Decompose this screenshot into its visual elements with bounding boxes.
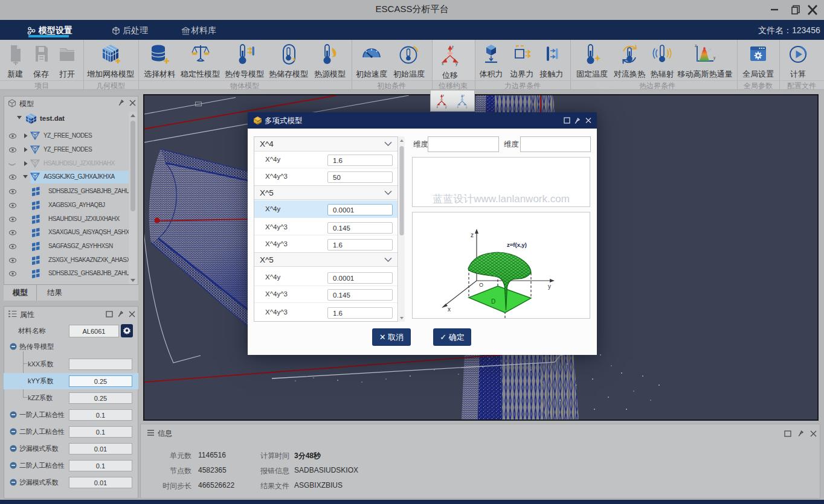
svg-text:x: x	[442, 62, 444, 66]
svg-text:z: z	[471, 232, 474, 238]
svg-text:O: O	[479, 282, 483, 288]
svg-text:z: z	[695, 43, 697, 48]
svg-text:z=f(x,y): z=f(x,y)	[507, 241, 527, 248]
svg-text:y: y	[713, 56, 716, 60]
svg-text:y: y	[455, 62, 458, 66]
svg-text:y: y	[466, 105, 468, 109]
svg-text:x: x	[448, 306, 451, 313]
svg-text:z: z	[463, 94, 465, 97]
svg-text:z: z	[443, 94, 445, 97]
svg-text:z: z	[452, 45, 454, 49]
svg-text:D: D	[491, 298, 495, 305]
svg-text:y: y	[548, 283, 551, 290]
svg-text:y: y	[445, 105, 447, 109]
